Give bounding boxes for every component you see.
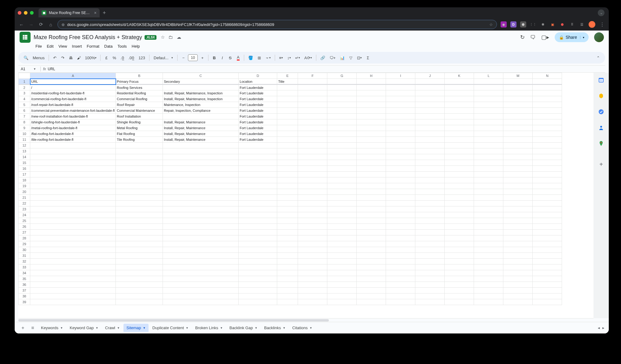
cell-E36[interactable] <box>277 282 298 288</box>
cell-C16[interactable] <box>163 166 239 172</box>
bookmark-icon[interactable]: ☆ <box>489 22 493 27</box>
cell-L6[interactable] <box>474 108 503 114</box>
row-header[interactable]: 22 <box>19 201 30 206</box>
cell-I7[interactable] <box>386 114 415 119</box>
sheets-logo[interactable] <box>20 32 31 43</box>
cell-J30[interactable] <box>415 247 445 253</box>
cell-G37[interactable] <box>327 288 357 293</box>
cell-N18[interactable] <box>533 177 562 183</box>
cell-F3[interactable] <box>298 90 327 96</box>
cell-D18[interactable] <box>239 177 277 183</box>
cell-B3[interactable]: Residential Roofing <box>116 90 163 96</box>
cell-N36[interactable] <box>533 282 562 288</box>
cell-E30[interactable] <box>277 247 298 253</box>
chevron-down-icon[interactable]: ▼ <box>310 326 312 329</box>
cell-F26[interactable] <box>298 224 327 230</box>
cell-I6[interactable] <box>386 108 415 114</box>
cell-K16[interactable] <box>445 166 474 172</box>
cell-M17[interactable] <box>503 172 533 177</box>
cell-J18[interactable] <box>415 177 445 183</box>
row-header[interactable]: 37 <box>19 288 30 293</box>
account-avatar[interactable] <box>594 32 604 42</box>
cell-I3[interactable] <box>386 90 415 96</box>
cell-B8[interactable]: Shingle Roofing <box>116 119 163 125</box>
cell-I24[interactable] <box>386 212 415 218</box>
row-header[interactable]: 20 <box>19 189 30 195</box>
cell-I33[interactable] <box>386 264 415 270</box>
cell-D24[interactable] <box>239 212 277 218</box>
cell-N29[interactable] <box>533 241 562 247</box>
sheet-tab-duplicate-content[interactable]: Duplicate Content▼ <box>149 324 191 332</box>
cell-E25[interactable] <box>277 218 298 224</box>
cell-G1[interactable] <box>327 79 357 85</box>
cell-F25[interactable] <box>298 218 327 224</box>
cell-J33[interactable] <box>415 264 445 270</box>
cell-B19[interactable] <box>116 183 163 189</box>
cell-F18[interactable] <box>298 177 327 183</box>
cell-J1[interactable] <box>415 79 445 85</box>
cell-F33[interactable] <box>298 264 327 270</box>
cell-J6[interactable] <box>415 108 445 114</box>
sheet-tab-crawl[interactable]: Crawl▼ <box>102 324 123 332</box>
cell-C17[interactable] <box>163 172 239 177</box>
cloud-icon[interactable]: ☁ <box>177 35 181 40</box>
cell-G19[interactable] <box>327 183 357 189</box>
column-header-I[interactable]: I <box>386 73 415 79</box>
name-box[interactable]: A1 ▼ <box>18 67 38 71</box>
cell-B30[interactable] <box>116 247 163 253</box>
cell-D3[interactable]: Fort Lauderdale <box>239 90 277 96</box>
cell-I26[interactable] <box>386 224 415 230</box>
cell-B25[interactable] <box>116 218 163 224</box>
cell-E19[interactable] <box>277 183 298 189</box>
cell-B18[interactable] <box>116 177 163 183</box>
cell-H38[interactable] <box>357 293 386 299</box>
column-header-K[interactable]: K <box>445 73 474 79</box>
cell-K7[interactable] <box>445 114 474 119</box>
cell-J38[interactable] <box>415 293 445 299</box>
cell-H34[interactable] <box>357 270 386 276</box>
cell-D28[interactable] <box>239 235 277 241</box>
cell-C37[interactable] <box>163 288 239 293</box>
cell-H3[interactable] <box>357 90 386 96</box>
browser-tab[interactable]: ▦ Maze Roofing Free SEO Analy × <box>39 8 100 17</box>
cell-E7[interactable] <box>277 114 298 119</box>
cell-A3[interactable]: /residential-roofing-fort-lauderdale-fl <box>30 90 116 96</box>
cell-J22[interactable] <box>415 201 445 206</box>
column-header-E[interactable]: E <box>277 73 298 79</box>
cell-I38[interactable] <box>386 293 415 299</box>
cell-D9[interactable]: Fort Lauderdale <box>239 125 277 131</box>
cell-J31[interactable] <box>415 253 445 259</box>
cell-E17[interactable] <box>277 172 298 177</box>
filter-views-button[interactable]: ⊡ ▾ <box>355 55 363 61</box>
cell-D19[interactable] <box>239 183 277 189</box>
cell-G15[interactable] <box>327 160 357 166</box>
cell-L2[interactable] <box>474 85 503 90</box>
cell-N21[interactable] <box>533 195 562 201</box>
cell-H24[interactable] <box>357 212 386 218</box>
cell-A12[interactable] <box>30 143 116 148</box>
cell-G17[interactable] <box>327 172 357 177</box>
reload-button[interactable]: ⟳ <box>38 22 44 27</box>
extension-icon[interactable]: ▣ <box>549 21 556 27</box>
cell-E10[interactable] <box>277 131 298 137</box>
cell-G10[interactable] <box>327 131 357 137</box>
cell-D35[interactable] <box>239 276 277 282</box>
cell-G28[interactable] <box>327 235 357 241</box>
cell-A35[interactable] <box>30 276 116 282</box>
cell-N25[interactable] <box>533 218 562 224</box>
cell-J17[interactable] <box>415 172 445 177</box>
cell-B2[interactable]: Roofing Services <box>116 85 163 90</box>
cell-C5[interactable]: Maintenance, Inspection <box>163 102 239 108</box>
cell-D37[interactable] <box>239 288 277 293</box>
cell-E20[interactable] <box>277 189 298 195</box>
close-window-button[interactable] <box>18 11 21 15</box>
cell-J32[interactable] <box>415 259 445 264</box>
cell-L31[interactable] <box>474 253 503 259</box>
cell-I27[interactable] <box>386 230 415 235</box>
cell-C18[interactable] <box>163 177 239 183</box>
cell-B29[interactable] <box>116 241 163 247</box>
cell-M19[interactable] <box>503 183 533 189</box>
sheet-tab-sitemap[interactable]: Sitemap▼ <box>123 324 149 332</box>
cell-J7[interactable] <box>415 114 445 119</box>
cell-M36[interactable] <box>503 282 533 288</box>
